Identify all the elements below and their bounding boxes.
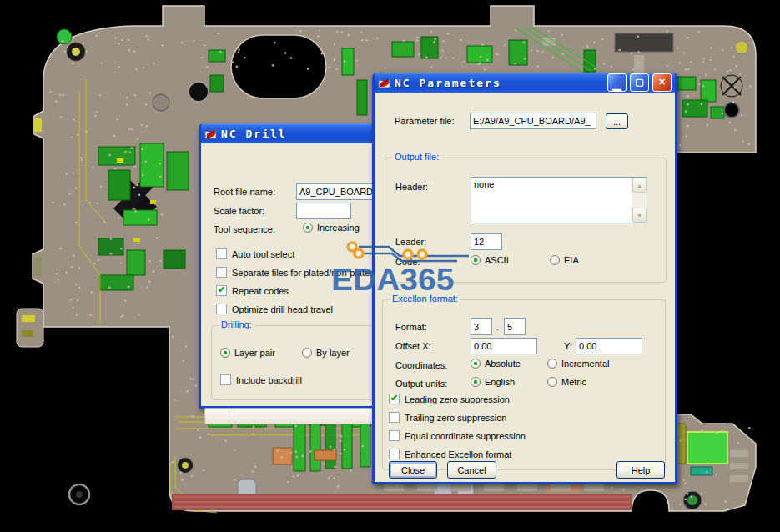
format-integer-input[interactable] bbox=[471, 318, 492, 335]
checkbox-icon bbox=[216, 304, 227, 314]
help-button[interactable]: Help bbox=[616, 461, 665, 479]
by-layer-radio[interactable]: By layer bbox=[302, 348, 350, 358]
format-separator: . bbox=[496, 322, 499, 332]
checkbox-icon bbox=[216, 267, 227, 278]
radio-label: Metric bbox=[561, 377, 586, 387]
scale-factor-input[interactable] bbox=[296, 203, 351, 219]
checkbox-label: Optimize drill head travel bbox=[232, 304, 333, 314]
scroll-down-icon[interactable]: ▼ bbox=[632, 208, 647, 223]
nc-parameters-title: NC Parameters bbox=[395, 77, 604, 89]
tool-sequence-label: Tool sequence: bbox=[214, 224, 275, 234]
checkbox-label: Enhanced Excellon format bbox=[405, 449, 511, 459]
checkbox-icon bbox=[220, 374, 231, 385]
header-textarea[interactable]: none ▲ ▼ bbox=[471, 177, 647, 223]
minimize-button[interactable]: ▬ bbox=[607, 73, 627, 92]
tool-sequence-increasing-radio[interactable]: Increasing bbox=[303, 223, 360, 233]
checkbox-icon bbox=[389, 412, 400, 423]
header-scrollbar[interactable]: ▲ ▼ bbox=[632, 178, 647, 223]
auto-tool-select-checkbox[interactable]: Auto tool select bbox=[216, 248, 294, 259]
radio-label: Layer pair bbox=[234, 348, 275, 358]
checkbox-icon bbox=[389, 449, 400, 459]
checkbox-icon bbox=[216, 248, 227, 259]
app-icon bbox=[378, 76, 391, 89]
output-file-group: Output file: Header: none ▲ ▼ Leader: Co… bbox=[385, 158, 667, 283]
leading-zero-checkbox[interactable]: Leading zero suppression bbox=[389, 394, 510, 404]
offset-x-input[interactable] bbox=[471, 338, 537, 354]
radio-icon bbox=[547, 377, 557, 387]
code-ascii-radio[interactable]: ASCII bbox=[471, 255, 509, 265]
checkbox-label: Equal coordinate suppression bbox=[405, 431, 526, 441]
radio-label: Incremental bbox=[561, 359, 609, 369]
radio-icon bbox=[471, 377, 481, 387]
enhanced-excellon-checkbox[interactable]: Enhanced Excellon format bbox=[389, 449, 511, 459]
checkbox-label: Repeat codes bbox=[232, 286, 289, 296]
radio-label: ASCII bbox=[485, 255, 509, 265]
radio-icon bbox=[471, 255, 481, 265]
scroll-up-icon[interactable]: ▲ bbox=[632, 178, 647, 193]
format-label: Format: bbox=[395, 322, 427, 332]
coordinates-incremental-radio[interactable]: Incremental bbox=[547, 359, 609, 369]
parameter-file-input[interactable] bbox=[470, 113, 596, 129]
offset-y-input[interactable] bbox=[576, 338, 642, 354]
format-decimal-input[interactable] bbox=[504, 318, 526, 335]
radio-icon bbox=[302, 348, 312, 358]
scale-factor-label: Scale factor: bbox=[214, 206, 264, 216]
header-label: Header: bbox=[395, 182, 428, 192]
root-file-label: Root file name: bbox=[214, 187, 275, 197]
checkbox-icon bbox=[389, 430, 400, 441]
nc-parameters-dialog: NC Parameters ▬ ▢ ✕ Parameter file: ... … bbox=[372, 73, 677, 484]
app-icon bbox=[204, 127, 218, 140]
close-button[interactable]: Close bbox=[389, 461, 437, 479]
checkbox-label: Leading zero suppression bbox=[405, 394, 510, 404]
units-english-radio[interactable]: English bbox=[471, 377, 515, 387]
offset-y-label: Y: bbox=[564, 341, 572, 351]
coordinates-absolute-radio[interactable]: Absolute bbox=[471, 359, 521, 369]
code-eia-radio[interactable]: EIA bbox=[550, 255, 579, 265]
output-units-label: Output units: bbox=[395, 379, 447, 389]
radio-icon bbox=[550, 255, 560, 265]
radio-icon bbox=[547, 359, 557, 369]
trailing-zero-checkbox[interactable]: Trailing zero suppression bbox=[389, 412, 506, 423]
radio-label: EIA bbox=[564, 255, 579, 265]
close-window-button[interactable]: ✕ bbox=[652, 73, 672, 92]
header-value[interactable]: none bbox=[471, 178, 632, 223]
radio-label: English bbox=[485, 377, 515, 387]
checkbox-label: Auto tool select bbox=[232, 249, 294, 259]
cancel-button[interactable]: Cancel bbox=[447, 461, 496, 479]
layer-pair-radio[interactable]: Layer pair bbox=[220, 348, 275, 358]
excellon-format-group: Excellon format: Format: . Offset X: Y: … bbox=[382, 299, 666, 470]
include-backdrill-checkbox[interactable]: Include backdrill bbox=[220, 374, 302, 385]
nc-parameters-titlebar[interactable]: NC Parameters ▬ ▢ ✕ bbox=[375, 73, 675, 93]
equal-coordinate-checkbox[interactable]: Equal coordinate suppression bbox=[389, 430, 526, 441]
checkbox-label: Trailing zero suppression bbox=[405, 413, 506, 423]
coordinates-label: Coordinates: bbox=[395, 360, 447, 370]
radio-icon bbox=[471, 359, 481, 369]
application-window: NC Drill Root file name: Scale factor: T… bbox=[0, 0, 780, 532]
radio-label: Increasing bbox=[317, 223, 360, 233]
checkbox-label: Include backdrill bbox=[236, 375, 302, 385]
nc-parameters-body: Parameter file: ... Output file: Header:… bbox=[375, 93, 675, 482]
leader-input[interactable] bbox=[471, 233, 502, 250]
checkbox-icon bbox=[216, 285, 227, 296]
drilling-group-label: Drilling: bbox=[219, 319, 254, 329]
repeat-codes-checkbox[interactable]: Repeat codes bbox=[216, 285, 289, 296]
browse-button[interactable]: ... bbox=[606, 113, 628, 129]
button-divider bbox=[229, 410, 229, 422]
radio-icon bbox=[220, 348, 230, 358]
optimize-drill-checkbox[interactable]: Optimize drill head travel bbox=[216, 304, 333, 314]
radio-label: Absolute bbox=[485, 359, 521, 369]
units-metric-radio[interactable]: Metric bbox=[547, 377, 586, 387]
radio-label: By layer bbox=[316, 348, 350, 358]
leader-label: Leader: bbox=[395, 237, 426, 247]
code-label: Code: bbox=[395, 257, 420, 267]
checkbox-icon bbox=[389, 394, 400, 404]
output-file-group-label: Output file: bbox=[392, 152, 441, 162]
parameter-file-label: Parameter file: bbox=[395, 116, 455, 126]
radio-icon bbox=[303, 223, 313, 233]
offset-x-label: Offset X: bbox=[395, 341, 431, 351]
excellon-format-group-label: Excellon format: bbox=[390, 294, 460, 304]
maximize-button[interactable]: ▢ bbox=[630, 73, 649, 92]
